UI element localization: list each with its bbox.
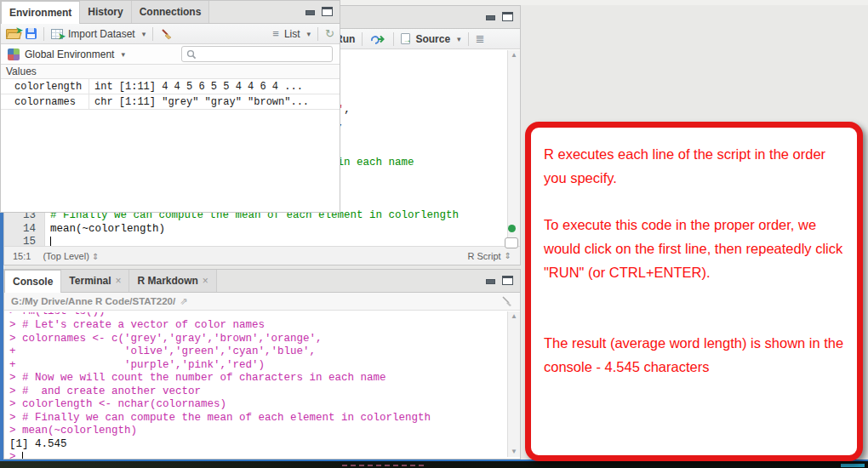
console-line: [1] 4.545 <box>9 438 507 452</box>
source-file-icon: → <box>401 33 410 44</box>
environment-search-input[interactable] <box>200 49 328 60</box>
tab-label: Connections <box>140 6 202 18</box>
code-segment: mean(~colorlength) <box>50 223 165 235</box>
variable-name: colorlength <box>1 79 89 94</box>
environment-values-list: colorlengthint [1:11] 4 4 5 6 5 5 4 4 6 … <box>1 79 340 110</box>
environment-value-row[interactable]: colornameschr [1:11] "grey" "gray" "brow… <box>1 94 340 110</box>
environment-cube-icon <box>8 49 20 60</box>
environment-value-row[interactable]: colorlengthint [1:11] 4 4 5 6 5 5 4 4 6 … <box>1 79 340 94</box>
console-pathbar: G:/My Drive/Anne R Code/STAT220/ ⇗ <box>4 293 520 311</box>
close-icon[interactable]: × <box>203 275 208 287</box>
tab-label: R Markdown <box>137 275 197 287</box>
updown-icon: ⇕ <box>92 252 99 261</box>
tab-label: Environment <box>9 7 71 19</box>
scroll-up-icon[interactable]: ▲ <box>511 52 517 59</box>
chevron-down-icon[interactable]: ▾ <box>142 30 146 38</box>
desktop-strip-detail <box>342 465 427 466</box>
line-number: 15 <box>4 236 36 246</box>
maximize-pane-icon[interactable] <box>502 12 513 21</box>
tab-terminal[interactable]: Terminal × <box>61 270 129 292</box>
console-line: > colorlength <- nchar(colornames) <box>9 398 507 412</box>
load-workspace-icon[interactable]: ➤ <box>6 29 20 39</box>
annotation-paragraph: To execute this code in the proper order… <box>544 213 844 284</box>
console-line: > # Let's create a vector of color names <box>9 319 507 333</box>
working-directory: G:/My Drive/Anne R Code/STAT220/ <box>11 296 175 306</box>
updown-icon: ⇕ <box>505 251 511 260</box>
console-line: > mean(~colorlength) <box>9 425 507 438</box>
hidden-pane-sliver-box <box>505 237 518 248</box>
console-output[interactable]: > rm(list=ls())> # Let's create a vector… <box>4 311 507 459</box>
annotation-paragraph: R executes each line of the script in th… <box>544 142 844 190</box>
variable-value: int [1:11] 4 4 5 6 5 5 4 4 6 4 ... <box>89 81 303 93</box>
annotation-paragraph: The result (average word length) is show… <box>544 331 844 379</box>
console-line: > # Finally we can compute the mean of e… <box>9 412 507 425</box>
variable-name: colornames <box>1 94 89 109</box>
environment-pane: Environment History Connections ➤ ➤ Impo… <box>0 0 340 213</box>
minimize-pane-icon[interactable] <box>485 12 496 21</box>
code-line[interactable]: mean(~colorlength) <box>50 223 520 237</box>
goto-directory-icon[interactable]: ⇗ <box>180 296 187 307</box>
chevron-down-icon[interactable]: ▾ <box>307 30 311 38</box>
clear-console-icon[interactable] <box>501 295 513 307</box>
values-section-header: Values <box>1 65 340 79</box>
chevron-down-icon[interactable]: ▾ <box>457 35 461 43</box>
refresh-icon[interactable]: ↻ <box>325 27 334 40</box>
tab-label: History <box>88 6 123 18</box>
rerun-icon[interactable] <box>369 34 386 44</box>
text-cursor <box>50 237 51 246</box>
minimize-pane-icon[interactable] <box>485 276 496 285</box>
hidden-pane-sliver-icon <box>508 225 516 232</box>
console-tabbar: Console Terminal × R Markdown × <box>4 270 520 293</box>
console-pane: Console Terminal × R Markdown × G:/My Dr… <box>3 269 521 459</box>
tab-console[interactable]: Console <box>4 270 61 293</box>
environment-scope-selector[interactable]: Global Environment <box>25 49 114 60</box>
list-view-icon[interactable]: ≡ <box>272 27 279 40</box>
console-scrollbar[interactable]: ▲ ▼ <box>507 311 520 457</box>
tab-label: Console <box>13 276 53 288</box>
close-icon[interactable]: × <box>115 275 121 287</box>
tab-environment[interactable]: Environment <box>1 1 80 24</box>
scroll-up-icon[interactable]: ▲ <box>511 313 517 320</box>
console-line: + 'olive','green','cyan','blue', <box>9 345 507 359</box>
scroll-down-icon[interactable]: ▼ <box>511 448 517 455</box>
console-line: > <box>9 451 507 459</box>
document-outline-icon[interactable]: ≣ <box>476 32 484 45</box>
list-view-button[interactable]: List <box>284 28 300 40</box>
editor-scrollbar[interactable]: ▲ ▼ <box>507 50 520 246</box>
console-line: > # Now we will count the number of char… <box>9 372 507 385</box>
text-cursor <box>22 452 23 459</box>
desktop-strip-detail <box>841 464 865 467</box>
import-dataset-icon[interactable]: ➤ <box>51 29 63 39</box>
clear-environment-broom-icon[interactable] <box>160 27 173 40</box>
save-workspace-icon[interactable] <box>26 28 37 39</box>
console-line: > rm(list=ls()) <box>9 312 507 319</box>
cursor-position: 15:1 <box>13 251 31 261</box>
scope-selector[interactable]: (Top Level) ⇕ <box>43 251 99 261</box>
environment-search-box[interactable] <box>181 46 333 62</box>
line-number: 14 <box>4 223 36 237</box>
console-line: > colornames <- c('grey','gray','brown',… <box>9 333 507 346</box>
tab-r-markdown[interactable]: R Markdown × <box>129 270 216 292</box>
maximize-pane-icon[interactable] <box>502 276 513 285</box>
code-line[interactable] <box>50 236 520 246</box>
environment-toolbar: ➤ ➤ Import Dataset ▾ ≡ List ▾ ↻ <box>1 24 340 44</box>
console-line: > # and create another vector <box>9 385 507 399</box>
file-type-selector[interactable]: R Script <box>467 251 500 261</box>
minimize-pane-icon[interactable] <box>305 7 316 16</box>
tab-history[interactable]: History <box>80 1 131 23</box>
chevron-down-icon[interactable]: ▾ <box>121 50 125 59</box>
environment-scope-row: Global Environment ▾ <box>1 44 340 65</box>
import-dataset-button[interactable]: Import Dataset <box>68 28 135 40</box>
console-line: + 'purple','pink','red') <box>9 359 507 373</box>
source-button[interactable]: Source <box>415 33 450 45</box>
tab-connections[interactable]: Connections <box>132 1 210 23</box>
maximize-pane-icon[interactable] <box>322 7 333 16</box>
code-segment: , <box>344 104 351 116</box>
source-statusbar: 15:1 (Top Level) ⇕ R Script ⇕ <box>4 246 520 265</box>
search-icon <box>186 49 197 60</box>
annotation-callout: R executes each line of the script in th… <box>525 122 863 461</box>
desktop-strip <box>0 461 868 468</box>
variable-value: chr [1:11] "grey" "gray" "brown"... <box>89 96 309 108</box>
tab-label: Terminal <box>69 275 111 287</box>
environment-tabbar: Environment History Connections <box>1 1 340 24</box>
